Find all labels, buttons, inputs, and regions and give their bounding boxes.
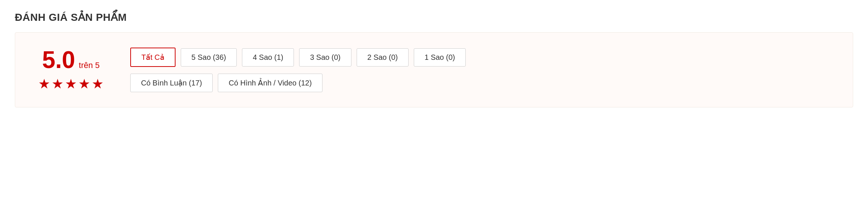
filter-btn-row1-0[interactable]: Tất Cả <box>130 48 176 67</box>
filter-btn-row1-4[interactable]: 2 Sao (0) <box>357 48 409 67</box>
filter-btn-row1-1[interactable]: 5 Sao (36) <box>181 48 237 67</box>
stars-display: ★ ★ ★ ★ ★ <box>38 76 104 92</box>
filter-btn-row2-0[interactable]: Có Bình Luận (17) <box>130 74 213 92</box>
filter-row-2: Có Bình Luận (17)Có Hình Ảnh / Video (12… <box>130 74 466 92</box>
star-3: ★ <box>65 76 77 92</box>
star-1: ★ <box>38 76 50 92</box>
filter-row-1: Tất Cả5 Sao (36)4 Sao (1)3 Sao (0)2 Sao … <box>130 48 466 67</box>
filter-btn-row1-3[interactable]: 3 Sao (0) <box>299 48 351 67</box>
filter-btn-row2-1[interactable]: Có Hình Ảnh / Video (12) <box>218 74 322 92</box>
rating-summary: 5.0 trên 5 ★ ★ ★ ★ ★ <box>34 48 108 92</box>
filter-btn-row1-5[interactable]: 1 Sao (0) <box>414 48 466 67</box>
section-title: ĐÁNH GIÁ SẢN PHẨM <box>15 11 853 23</box>
rating-score: 5.0 <box>42 48 75 72</box>
star-5: ★ <box>92 76 104 92</box>
star-2: ★ <box>52 76 63 92</box>
rating-out-of: trên 5 <box>79 61 99 70</box>
filter-btn-row1-2[interactable]: 4 Sao (1) <box>242 48 294 67</box>
review-panel: 5.0 trên 5 ★ ★ ★ ★ ★ Tất Cả5 Sao (36)4 S… <box>15 32 853 107</box>
star-4: ★ <box>78 76 90 92</box>
filter-buttons: Tất Cả5 Sao (36)4 Sao (1)3 Sao (0)2 Sao … <box>130 48 466 92</box>
